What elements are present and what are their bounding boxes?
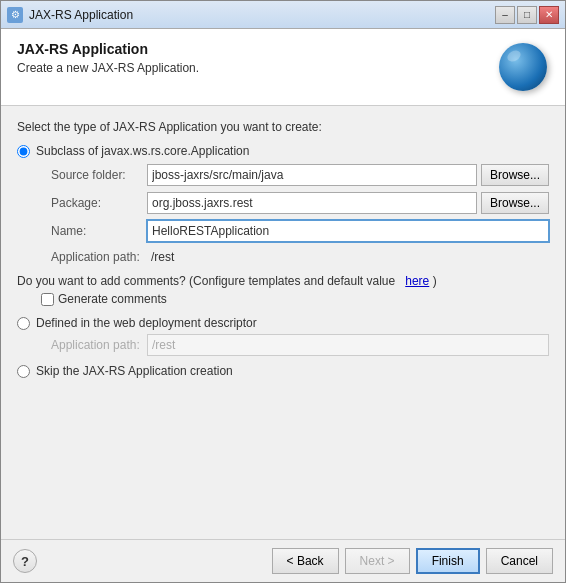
dialog-body: Select the type of JAX-RS Application yo… — [1, 106, 565, 539]
cancel-button[interactable]: Cancel — [486, 548, 553, 574]
window-icon: ⚙ — [7, 7, 23, 23]
source-folder-label: Source folder: — [37, 168, 147, 182]
next-button[interactable]: Next > — [345, 548, 410, 574]
window-title: JAX-RS Application — [29, 8, 133, 22]
title-bar-left: ⚙ JAX-RS Application — [7, 7, 133, 23]
app-path-label: Application path: — [37, 250, 147, 264]
package-row: Package: Browse... — [37, 192, 549, 214]
radio2-app-path-row: Application path: — [37, 334, 549, 356]
source-folder-input[interactable] — [147, 164, 477, 186]
dialog-subtitle: Create a new JAX-RS Application. — [17, 61, 199, 75]
package-input[interactable] — [147, 192, 477, 214]
radio-skip-label[interactable]: Skip the JAX-RS Application creation — [36, 364, 233, 378]
main-window: ⚙ JAX-RS Application – □ ✕ JAX-RS Applic… — [0, 0, 566, 583]
name-input[interactable] — [147, 220, 549, 242]
subclass-form: Source folder: Browse... Package: Browse… — [37, 164, 549, 266]
package-browse-button[interactable]: Browse... — [481, 192, 549, 214]
radio-web-descriptor-option[interactable]: Defined in the web deployment descriptor — [17, 316, 549, 330]
app-path-value: /rest — [147, 248, 178, 266]
generate-comments-label[interactable]: Generate comments — [58, 292, 167, 306]
source-folder-row: Source folder: Browse... — [37, 164, 549, 186]
back-button[interactable]: < Back — [272, 548, 339, 574]
finish-button[interactable]: Finish — [416, 548, 480, 574]
radio-web-descriptor[interactable] — [17, 317, 30, 330]
generate-comments-checkbox[interactable] — [41, 293, 54, 306]
comment-link-row: Do you want to add comments? (Configure … — [17, 274, 549, 288]
title-bar-controls: – □ ✕ — [495, 6, 559, 24]
radio-web-descriptor-label[interactable]: Defined in the web deployment descriptor — [36, 316, 257, 330]
maximize-button[interactable]: □ — [517, 6, 537, 24]
minimize-button[interactable]: – — [495, 6, 515, 24]
radio2-app-path-input — [147, 334, 549, 356]
name-label: Name: — [37, 224, 147, 238]
radio-subclass-option[interactable]: Subclass of javax.ws.rs.core.Application — [17, 144, 549, 158]
comment-section: Do you want to add comments? (Configure … — [17, 274, 549, 306]
dialog-title: JAX-RS Application — [17, 41, 199, 57]
section-label: Select the type of JAX-RS Application yo… — [17, 120, 549, 134]
package-label: Package: — [37, 196, 147, 210]
footer-right: < Back Next > Finish Cancel — [272, 548, 553, 574]
generate-comments-row: Generate comments — [41, 292, 549, 306]
header-text: JAX-RS Application Create a new JAX-RS A… — [17, 41, 199, 75]
app-path-row: Application path: /rest — [37, 248, 549, 266]
radio-skip-option[interactable]: Skip the JAX-RS Application creation — [17, 364, 549, 378]
comment-link-suffix: ) — [433, 274, 437, 288]
radio-skip[interactable] — [17, 365, 30, 378]
globe-icon — [499, 43, 547, 91]
dialog-header: JAX-RS Application Create a new JAX-RS A… — [1, 29, 565, 106]
help-button[interactable]: ? — [13, 549, 37, 573]
source-folder-browse-button[interactable]: Browse... — [481, 164, 549, 186]
radio2-app-path-label: Application path: — [37, 338, 147, 352]
name-row: Name: — [37, 220, 549, 242]
header-icon-container — [497, 41, 549, 93]
title-bar: ⚙ JAX-RS Application – □ ✕ — [1, 1, 565, 29]
dialog-footer: ? < Back Next > Finish Cancel — [1, 539, 565, 582]
configure-link[interactable]: here — [405, 274, 429, 288]
comment-text: Do you want to add comments? (Configure … — [17, 274, 395, 288]
radio-subclass[interactable] — [17, 145, 30, 158]
close-button[interactable]: ✕ — [539, 6, 559, 24]
footer-left: ? — [13, 549, 37, 573]
web-descriptor-form: Application path: — [37, 334, 549, 356]
radio-subclass-label[interactable]: Subclass of javax.ws.rs.core.Application — [36, 144, 249, 158]
